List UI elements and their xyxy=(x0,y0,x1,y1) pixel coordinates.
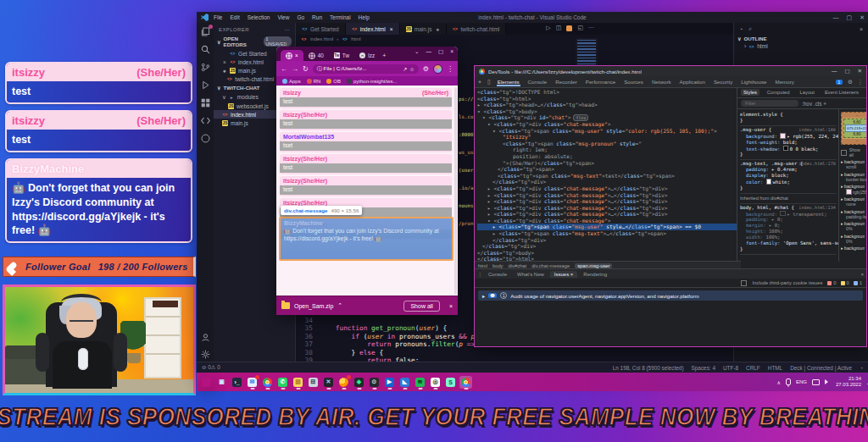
bookmark-item[interactable]: OB xyxy=(326,79,341,84)
dom-node[interactable]: </class="tg">div> xyxy=(477,243,737,250)
dom-node[interactable]: </class="tg">body> xyxy=(477,250,737,257)
close-drawer-icon[interactable]: × xyxy=(860,272,864,277)
styles-filter-chips[interactable]: :hov .cls + xyxy=(802,101,826,107)
vscode-status-bar[interactable]: ⊘ 0⚠ 0 Ln 198, Col 8 (5900 selected)Spac… xyxy=(197,362,868,373)
status-item[interactable]: HTML xyxy=(768,365,782,371)
taskbar-spotify[interactable]: ≋ xyxy=(414,376,426,389)
taskbar-chrome[interactable] xyxy=(261,376,274,389)
computed-property[interactable]: ▸ background-…border-box xyxy=(841,172,865,182)
dom-node[interactable]: ▸ <class="tg">span class="msg-text">…</c… xyxy=(477,230,737,237)
vscode-breadcrumb[interactable]: <>index.html›<>html xyxy=(296,35,733,42)
browser-menu-icon[interactable]: ⋮ xyxy=(447,65,453,73)
outline-header[interactable]: ∨ OUTLINE xyxy=(734,33,868,42)
styles-tab-computed[interactable]: Computed xyxy=(765,89,793,96)
taskbar-file-explorer[interactable]: ▤ xyxy=(292,376,304,389)
editor-tab-twitch-chat-html[interactable]: <>twitch-chat.html xyxy=(447,23,507,35)
browser-tab[interactable]: ᴖIzz xyxy=(354,50,380,61)
dom-node[interactable]: right: 1em; xyxy=(477,146,737,153)
dom-node[interactable]: <class="tg">span class="msg-pronoun" sty… xyxy=(477,141,737,147)
browser-scrollbar[interactable] xyxy=(454,87,457,295)
devtools-tab-elements[interactable]: Elements xyxy=(497,77,520,86)
maximize-icon[interactable]: ▢ xyxy=(438,48,443,55)
close-icon[interactable]: × xyxy=(295,52,298,58)
dom-node[interactable]: ▾ <class="tg">div id="chat">flex xyxy=(477,114,737,121)
outline-item-html[interactable]: › <> html xyxy=(734,42,868,50)
show-all-downloads-button[interactable]: Show all xyxy=(403,301,439,312)
status-problems[interactable]: ⊘ 0⚠ 0 xyxy=(202,364,220,371)
computed-property[interactable]: ▸ background-…0% xyxy=(841,234,865,244)
dom-breadcrumb[interactable]: body xyxy=(492,263,504,268)
vscode-window-controls[interactable]: —▢✕ xyxy=(833,14,865,21)
menu-file[interactable]: File xyxy=(214,14,222,20)
browser-tab[interactable]: × xyxy=(281,50,303,61)
source-link[interactable]: index.html:180 xyxy=(798,127,836,133)
taskbar-streamlabs[interactable]: S xyxy=(444,376,457,389)
language-indicator[interactable]: ENG xyxy=(796,379,807,384)
taskbar-vscode[interactable]: ◣ xyxy=(398,376,411,389)
close-icon[interactable]: × xyxy=(450,48,453,55)
device-toolbar-icon[interactable]: ▯ xyxy=(487,79,491,86)
remote-icon[interactable] xyxy=(201,116,210,125)
css-rule[interactable]: index.html:180.msg-user {background: ▸ r… xyxy=(740,126,837,160)
source-link[interactable]: index.html:170 xyxy=(798,161,836,167)
dom-node[interactable]: </class="tg">div> xyxy=(477,237,737,244)
taskbar-start[interactable] xyxy=(200,376,213,389)
settings-gear-icon[interactable] xyxy=(201,350,210,359)
taskbar-obs[interactable]: ◎ xyxy=(429,376,442,389)
dom-node[interactable]: ▸ <class="tg">head>…</class="tg">head> xyxy=(477,102,737,108)
menu-run[interactable]: Run xyxy=(312,14,322,20)
bookmark-item[interactable]: python-insight/ws... xyxy=(347,79,397,84)
dom-breadcrumb[interactable]: div#chat xyxy=(509,263,527,268)
dom-node[interactable]: ▸ <class="tg">div class="chat-message">…… xyxy=(477,192,737,199)
clock[interactable]: 21:34 27.03.2022 xyxy=(836,376,861,389)
editor-tab-main-js[interactable]: JSmain.js● xyxy=(400,23,447,35)
bookmark-item[interactable]: RN xyxy=(307,79,321,84)
close-icon[interactable]: × xyxy=(860,26,863,32)
code-editor[interactable]: 3435 function get_pronoun(user) {36 if (… xyxy=(299,317,475,362)
dom-node[interactable]: ▸ <class="tg">span class="msg-user" styl… xyxy=(477,224,737,230)
styles-filter-input[interactable] xyxy=(741,100,798,107)
run-debug-icon[interactable] xyxy=(201,80,210,90)
breadcrumb-item[interactable]: index.html xyxy=(310,36,333,41)
dom-node[interactable]: ▾ <class="tg">div class="chat-message"> xyxy=(477,121,737,128)
download-filename[interactable]: Open_Sam.zip xyxy=(294,303,333,309)
taskbar-krita[interactable]: ✕ xyxy=(322,376,335,389)
browser-tab[interactable]: TwTw xyxy=(329,50,354,61)
styles-tab-layout[interactable]: Layout xyxy=(798,89,817,96)
dom-node[interactable]: <class="tg">html> xyxy=(477,96,737,102)
forward-icon[interactable]: → xyxy=(292,65,298,73)
close-icon[interactable]: × xyxy=(390,26,393,32)
editor-tab-index-html[interactable]: <>index.html× xyxy=(346,23,400,35)
vscode-titlebar[interactable]: FileEditSelectionViewGoRunTerminalHelp i… xyxy=(197,12,868,23)
search-icon[interactable] xyxy=(201,45,210,54)
dom-node[interactable]: <class="tg">span class="msg-text">test</… xyxy=(477,173,737,180)
devtools-tab-application[interactable]: Application xyxy=(679,77,706,86)
issue-row[interactable]: ▸ 💬 1 Audit usage of navigator.userAgent… xyxy=(478,290,863,301)
status-item[interactable]: Deck | Connected | Active xyxy=(790,365,852,371)
status-item[interactable]: ⊘ 0 xyxy=(202,364,211,370)
dirty-dot[interactable]: ● xyxy=(437,26,440,32)
taskbar-diamond-app[interactable]: ◆ xyxy=(353,376,365,389)
dom-node[interactable]: <class="tg">!DOCTYPE html> xyxy=(477,89,737,96)
dom-node[interactable]: ▾ <class="tg">div class="chat-message"> xyxy=(477,218,737,224)
css-rules[interactable]: element.style {}index.html:180.msg-user … xyxy=(737,109,838,262)
editor-tab-Get-Started[interactable]: <>Get Started xyxy=(296,23,346,35)
dom-node[interactable]: ▸ <class="tg">div class="chat-message">…… xyxy=(477,198,737,205)
dom-breadcrumb[interactable]: div.chat-message xyxy=(531,263,570,268)
speaker-icon[interactable] xyxy=(825,379,831,384)
devtools-window-controls[interactable]: —▢✕ xyxy=(832,68,862,75)
accounts-icon[interactable]: ◔ xyxy=(739,26,743,32)
menu-help[interactable]: Help xyxy=(359,14,370,20)
dom-node[interactable]: </class="tg">div> xyxy=(477,179,737,185)
styles-tab-styles[interactable]: Styles xyxy=(741,89,760,96)
files-icon[interactable] xyxy=(201,27,210,36)
taskbar-github-desktop[interactable]: ⊙ xyxy=(368,376,381,389)
inspect-element-icon[interactable]: ⌖ xyxy=(478,79,481,86)
tray-expand-icon[interactable]: ∧ xyxy=(777,379,781,385)
dom-node[interactable]: ▸ <class="tg">div class="chat-message">…… xyxy=(477,211,737,218)
explorer-more-icon[interactable]: ⋯ xyxy=(285,26,290,32)
status-item[interactable]: UTF-8 xyxy=(723,365,738,371)
menu-terminal[interactable]: Terminal xyxy=(330,14,351,20)
dom-node[interactable]: </class="tg">span> xyxy=(477,166,737,173)
address-bar[interactable]: ⓘ File | C:/Users/Iz... ↗ ☆ xyxy=(313,64,419,74)
